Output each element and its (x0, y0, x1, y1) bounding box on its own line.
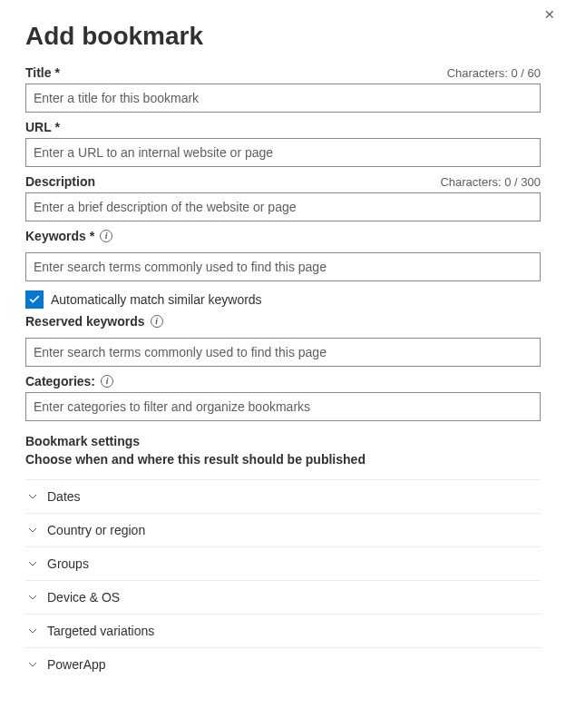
info-icon[interactable]: i (151, 315, 163, 328)
page-title: Add bookmark (25, 22, 541, 51)
accordion-item-device-os[interactable]: Device & OS (25, 581, 541, 615)
keywords-input[interactable] (25, 252, 541, 281)
accordion-item-groups[interactable]: Groups (25, 547, 541, 581)
accordion-item-targeted-variations[interactable]: Targeted variations (25, 615, 541, 648)
accordion-item-dates[interactable]: Dates (25, 480, 541, 514)
chevron-down-icon (27, 592, 38, 603)
keywords-label: Keywords * i (25, 229, 112, 243)
title-field-group: Title * Characters: 0 / 60 (25, 65, 541, 113)
settings-description: Choose when and where this result should… (25, 452, 541, 467)
info-icon[interactable]: i (101, 375, 113, 388)
categories-input[interactable] (25, 392, 541, 421)
keywords-label-text: Keywords * (25, 229, 94, 243)
description-label: Description (25, 174, 95, 189)
keywords-field-group: Keywords * i (25, 229, 541, 281)
auto-match-row[interactable]: Automatically match similar keywords (25, 290, 541, 309)
accordion-item-country[interactable]: Country or region (25, 514, 541, 547)
chevron-down-icon (27, 491, 38, 502)
description-char-count: Characters: 0 / 300 (440, 175, 541, 189)
categories-label-text: Categories: (25, 374, 95, 389)
description-field-group: Description Characters: 0 / 300 (25, 174, 541, 221)
accordion-label: Groups (47, 556, 89, 571)
categories-field-group: Categories: i (25, 374, 541, 421)
auto-match-checkbox[interactable] (25, 290, 44, 309)
auto-match-label: Automatically match similar keywords (51, 292, 262, 307)
settings-title: Bookmark settings (25, 434, 541, 448)
chevron-down-icon (27, 625, 38, 636)
accordion-label: PowerApp (47, 657, 106, 672)
reserved-keywords-input[interactable] (25, 338, 541, 367)
url-field-group: URL * (25, 120, 541, 167)
chevron-down-icon (27, 525, 38, 536)
reserved-keywords-field-group: Reserved keywords i (25, 314, 541, 367)
accordion-label: Dates (47, 489, 81, 504)
title-label: Title * (25, 65, 60, 80)
reserved-keywords-label: Reserved keywords i (25, 314, 163, 329)
description-input[interactable] (25, 192, 541, 221)
accordion-item-powerapp[interactable]: PowerApp (25, 648, 541, 681)
title-input[interactable] (25, 84, 541, 113)
close-icon[interactable]: ✕ (544, 7, 555, 22)
info-icon[interactable]: i (100, 230, 112, 242)
accordion-label: Country or region (47, 523, 145, 537)
reserved-keywords-label-text: Reserved keywords (25, 314, 145, 329)
chevron-down-icon (27, 558, 38, 569)
accordion-label: Device & OS (47, 590, 120, 605)
title-char-count: Characters: 0 / 60 (447, 66, 541, 80)
url-input[interactable] (25, 138, 541, 167)
settings-accordion: Dates Country or region Groups Device & … (25, 479, 541, 681)
url-label: URL * (25, 120, 60, 134)
chevron-down-icon (27, 659, 38, 670)
categories-label: Categories: i (25, 374, 113, 389)
accordion-label: Targeted variations (47, 624, 154, 638)
checkmark-icon (28, 293, 41, 306)
